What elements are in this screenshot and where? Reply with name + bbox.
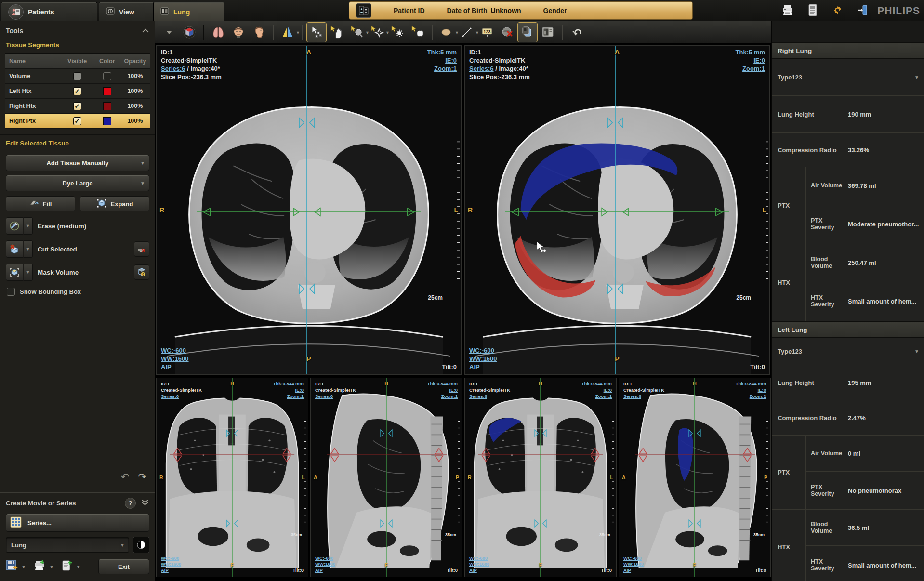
series-button[interactable]: Series... bbox=[6, 514, 149, 532]
zoom-link[interactable]: Zoom:1 bbox=[427, 394, 458, 400]
mask-invert-icon-button[interactable]: 0 bbox=[134, 264, 149, 280]
lungs-view-icon[interactable] bbox=[208, 22, 228, 42]
chevron-down-icon[interactable]: ▼ bbox=[140, 181, 145, 186]
visible-checkbox[interactable]: ✓ bbox=[73, 87, 81, 95]
projection-link[interactable]: AIP bbox=[161, 568, 181, 574]
tab-view[interactable]: View bbox=[99, 2, 161, 21]
expand-button[interactable]: Expand bbox=[80, 196, 149, 211]
visible-checkbox[interactable]: ✓ bbox=[73, 117, 81, 125]
undo-icon[interactable]: ↶ bbox=[121, 471, 130, 483]
add-tissue-manually-button[interactable]: Add Tissue Manually▼ bbox=[6, 155, 149, 171]
chevron-down-icon[interactable]: ▼ bbox=[296, 30, 300, 35]
tissue-row-volume[interactable]: Volume100% bbox=[5, 69, 150, 84]
head-profile-icon[interactable] bbox=[249, 22, 269, 42]
color-swatch[interactable] bbox=[103, 87, 111, 95]
tissue-row-right-ptx[interactable]: Right Ptx✓100% bbox=[5, 114, 150, 129]
mask-volume-button[interactable] bbox=[6, 264, 23, 281]
type-select[interactable]: ▼ bbox=[843, 59, 924, 95]
viewport-sagittal-2[interactable]: ID:1 Created-SimpleITK Series:6 Thk:0.84… bbox=[619, 378, 771, 577]
viewport-axial-right[interactable]: ID:1 Created-SimpleITK Series:6 / Image:… bbox=[464, 45, 770, 375]
chevron-down-icon[interactable]: ▼ bbox=[140, 160, 145, 166]
mpr-pyramid-icon[interactable]: ▼ bbox=[277, 22, 298, 42]
series-link[interactable]: Series:6 bbox=[469, 394, 487, 399]
annotate-123-icon[interactable]: 123 bbox=[477, 22, 497, 42]
ie-link[interactable]: IE:0 bbox=[736, 57, 765, 65]
window-width-link[interactable]: WW:1600 bbox=[623, 561, 644, 568]
logout-icon[interactable] bbox=[856, 3, 870, 17]
series-link[interactable]: Series:6 bbox=[161, 394, 179, 399]
type-select[interactable]: ▼ bbox=[843, 338, 924, 365]
redo-icon[interactable]: ↷ bbox=[138, 471, 146, 483]
window-center-link[interactable]: WC:-600 bbox=[469, 555, 489, 562]
window-width-link[interactable]: WW:1600 bbox=[469, 561, 489, 568]
ie-link[interactable]: IE:0 bbox=[736, 387, 766, 394]
view-info-icon[interactable] bbox=[538, 22, 558, 42]
save-dropdown[interactable]: ▼ bbox=[21, 564, 26, 569]
projection-link[interactable]: AIP bbox=[161, 363, 189, 371]
projection-link[interactable]: AIP bbox=[623, 568, 644, 574]
right-lung-type-row[interactable]: Type123 ▼ bbox=[772, 59, 924, 96]
visible-checkbox[interactable]: ✓ bbox=[73, 102, 81, 110]
undo-icon[interactable] bbox=[567, 22, 587, 42]
viewport-coronal-1[interactable]: ID:1 Created-SimpleITK Series:6 Thk:0.84… bbox=[156, 378, 308, 577]
fill-button[interactable]: Fill bbox=[6, 196, 75, 211]
save-series-icon[interactable] bbox=[6, 560, 18, 573]
line-measure-icon[interactable]: ▼ bbox=[457, 22, 477, 42]
thickness-link[interactable]: Thk:0.844 mm bbox=[736, 381, 766, 387]
erase-dropdown[interactable]: ▼ bbox=[23, 217, 33, 235]
window-width-link[interactable]: WW:1600 bbox=[315, 561, 335, 568]
tab-lung[interactable]: Lung bbox=[153, 2, 224, 21]
show-bounding-box-checkbox[interactable] bbox=[7, 288, 15, 296]
tissue-row-left-htx[interactable]: Left Htx✓100% bbox=[5, 84, 150, 99]
series-link[interactable]: Series:6 bbox=[315, 394, 333, 399]
left-lung-type-row[interactable]: Type123 ▼ bbox=[772, 338, 924, 365]
series-link[interactable]: Series:6 bbox=[161, 65, 185, 72]
pan-hand-icon[interactable] bbox=[327, 22, 347, 42]
layout-dropdown-icon[interactable] bbox=[159, 22, 179, 42]
thickness-link[interactable]: Thk:0.844 mm bbox=[427, 381, 458, 387]
ellipse-roi-icon[interactable]: ▼ bbox=[436, 22, 457, 42]
thickness-link[interactable]: Thk:5 mm bbox=[736, 49, 765, 57]
print-series-icon[interactable] bbox=[33, 559, 46, 574]
clear-cut-icon-button[interactable] bbox=[134, 241, 149, 257]
ie-link[interactable]: IE:0 bbox=[427, 387, 458, 394]
tools-collapse-icon[interactable] bbox=[142, 27, 149, 35]
window-center-link[interactable]: WC:-600 bbox=[161, 555, 181, 562]
series-link[interactable]: Series:6 bbox=[623, 394, 641, 399]
zoom-link[interactable]: Zoom:1 bbox=[273, 394, 304, 400]
preset-select[interactable]: Lung ▼ bbox=[6, 537, 129, 553]
brightness-tool-icon[interactable] bbox=[387, 22, 408, 42]
projection-link[interactable]: AIP bbox=[469, 363, 497, 371]
visible-checkbox[interactable] bbox=[73, 72, 81, 80]
color-swatch[interactable] bbox=[103, 117, 111, 125]
copy-view-icon[interactable] bbox=[517, 22, 538, 42]
viewport-coronal-2[interactable]: ID:1 Created-SimpleITK Series:6 Thk:0.84… bbox=[464, 378, 617, 577]
invert-display-button[interactable] bbox=[133, 537, 149, 553]
ie-link[interactable]: IE:0 bbox=[427, 57, 457, 65]
projection-link[interactable]: AIP bbox=[315, 568, 335, 574]
projection-link[interactable]: AIP bbox=[469, 568, 489, 574]
thickness-link[interactable]: Thk:5 mm bbox=[427, 49, 457, 57]
nodule-segment-icon[interactable] bbox=[408, 22, 428, 42]
tab-patients[interactable]: Patients bbox=[1, 2, 97, 21]
report-icon[interactable] bbox=[805, 3, 820, 17]
settings-gear-icon[interactable] bbox=[831, 3, 845, 17]
cut-selected-button[interactable] bbox=[6, 240, 23, 258]
select-move-icon[interactable] bbox=[306, 22, 327, 42]
color-swatch[interactable] bbox=[103, 102, 111, 110]
color-swatch[interactable] bbox=[103, 72, 111, 80]
help-icon[interactable]: ? bbox=[125, 498, 136, 509]
patient-banner[interactable]: Patient ID Date of Birth Unknown Gender bbox=[349, 1, 693, 20]
cube-3d-icon[interactable] bbox=[179, 22, 199, 42]
dye-large-button[interactable]: Dye Large▼ bbox=[6, 175, 149, 191]
window-center-link[interactable]: WC:-600 bbox=[623, 555, 644, 562]
delete-annotation-icon[interactable] bbox=[497, 22, 517, 42]
print-icon[interactable] bbox=[780, 3, 795, 17]
viewport-axial-left[interactable]: ID:1 Created-SimpleITK Series:6 / Image:… bbox=[156, 45, 462, 375]
window-star-icon[interactable]: ▼ bbox=[367, 22, 387, 42]
export-dropdown[interactable]: ▼ bbox=[76, 564, 81, 569]
window-width-link[interactable]: WW:1600 bbox=[161, 561, 181, 568]
ie-link[interactable]: IE:0 bbox=[581, 387, 612, 394]
window-width-link[interactable]: WW:1600 bbox=[161, 355, 189, 363]
mask-volume-dropdown[interactable]: ▼ bbox=[23, 264, 33, 281]
